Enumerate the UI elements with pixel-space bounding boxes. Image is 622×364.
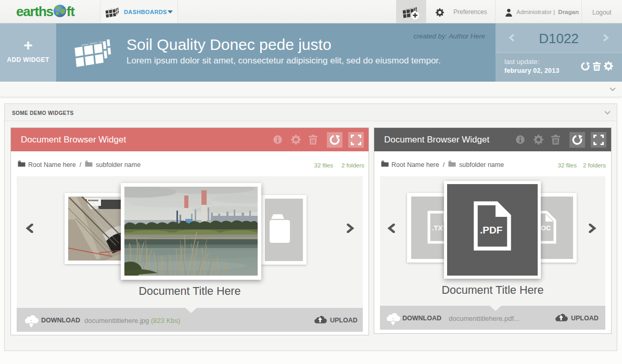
svg-text:.PDF: .PDF bbox=[480, 225, 502, 236]
